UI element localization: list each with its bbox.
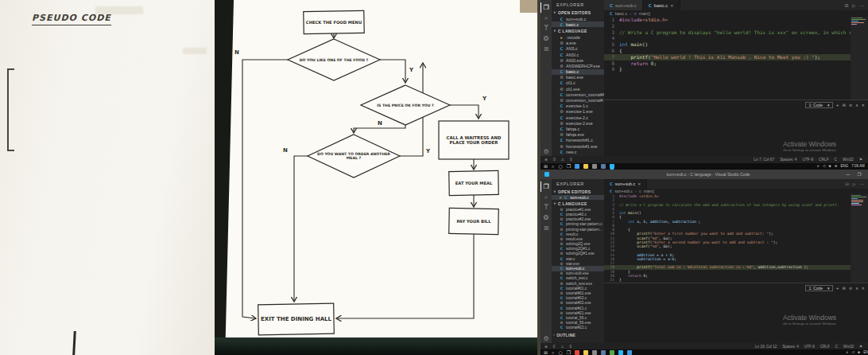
run-icon[interactable]: ▷ xyxy=(852,3,855,8)
indentation[interactable]: Spaces: 4 xyxy=(780,158,796,162)
extensions-icon[interactable]: ⊞ xyxy=(541,44,552,54)
more-actions-icon[interactable]: ⋯ xyxy=(860,181,864,186)
file-tree-item[interactable]: ⚙basic.exe xyxy=(552,75,604,80)
file-tree-item[interactable]: ▸.vscode xyxy=(552,34,604,40)
restore-icon[interactable]: ❐ xyxy=(857,172,861,177)
tray-chevron-icon[interactable]: ∧ xyxy=(846,350,848,354)
close-icon[interactable]: × xyxy=(670,3,674,8)
chrome-icon[interactable] xyxy=(575,350,579,355)
task-view-icon[interactable]: ❐ xyxy=(567,163,571,169)
split-editor-icon[interactable]: ⊟ xyxy=(845,181,848,186)
file-tree-item[interactable]: ⚙ANSWERHCP.exe xyxy=(552,63,604,68)
file-explorer-icon[interactable] xyxy=(583,350,588,355)
new-terminal-icon[interactable]: + xyxy=(836,286,839,291)
platform[interactable]: Win32 xyxy=(843,158,854,162)
network-icon[interactable]: ◈ xyxy=(828,164,831,168)
warnings-icon[interactable]: ⚠ xyxy=(561,158,564,162)
file-tree-item[interactable]: ⚙fahqa.exe xyxy=(552,132,604,138)
file-tree-item[interactable]: ⚙exercise-1.exe xyxy=(552,109,604,115)
eol[interactable]: CRLF xyxy=(820,345,830,349)
outline-section-header[interactable]: ›OUTLINE xyxy=(552,331,604,338)
language-indicator[interactable]: ENG xyxy=(840,164,848,168)
app-icon[interactable] xyxy=(610,350,614,355)
close-panel-icon[interactable]: ✕ xyxy=(862,103,865,107)
tab-sum-sub[interactable]: Csum+sub.c xyxy=(604,0,643,10)
open-editor-item[interactable]: Csum+sub.c xyxy=(552,16,604,21)
bell-icon[interactable]: ⚑ xyxy=(859,158,862,162)
file-tree-item[interactable]: ⚙cli1.exe xyxy=(552,86,604,92)
volume-icon[interactable]: ◁ xyxy=(823,164,825,168)
maximize-panel-icon[interactable]: ∧ xyxy=(855,286,858,291)
folder-section-header[interactable]: ∨C LANGUAGE xyxy=(552,200,604,207)
language-mode[interactable]: C xyxy=(835,345,838,349)
start-button[interactable]: ⊞ xyxy=(544,163,548,169)
source-control-icon[interactable]: ϒ xyxy=(541,202,552,213)
app-icon[interactable] xyxy=(601,164,606,169)
cursor-position[interactable]: Ln 7, Col 67 xyxy=(754,158,774,162)
bell-icon[interactable]: ⚑ xyxy=(859,345,862,349)
breadcrumb[interactable]: C sum+sub.c › ◇ main() xyxy=(604,189,868,194)
tab-basic[interactable]: Cbasic.c× xyxy=(643,0,680,10)
language-indicator[interactable]: ENG xyxy=(863,350,868,354)
breadcrumb[interactable]: C basic.c › ◇ main() xyxy=(604,10,868,17)
kill-terminal-icon[interactable]: ⊘ xyxy=(849,103,852,107)
close-icon[interactable]: × xyxy=(637,181,641,186)
app-icon[interactable] xyxy=(627,350,632,355)
taskbar-search-icon[interactable]: ⌕ xyxy=(552,349,554,355)
minimap[interactable] xyxy=(851,194,868,283)
search-icon[interactable]: ⌕ xyxy=(541,192,552,202)
file-tree-item[interactable]: Cconversion_tutorial#P... xyxy=(552,92,604,97)
edge-icon[interactable] xyxy=(575,164,579,169)
more-actions-icon[interactable]: ⋯ xyxy=(860,3,865,8)
vscode-taskbar-icon[interactable] xyxy=(618,350,623,355)
encoding[interactable]: UTF-8 xyxy=(802,158,813,162)
start-button[interactable]: ⊞ xyxy=(544,349,548,355)
file-tree-item[interactable]: Ccli1.c xyxy=(552,80,604,86)
eol[interactable]: CRLF xyxy=(819,158,829,162)
new-terminal-icon[interactable]: + xyxy=(836,103,839,107)
tray-chevron-icon[interactable]: ∧ xyxy=(816,164,819,168)
open-editor-item[interactable]: Cbasic.c xyxy=(552,21,604,27)
file-explorer-icon[interactable] xyxy=(583,164,588,169)
file-tree-item[interactable]: CANSI.c xyxy=(552,52,604,57)
task-view-icon[interactable]: ❐ xyxy=(567,349,571,355)
cursor-position[interactable]: Ln 18, Col 12 xyxy=(755,345,777,349)
file-tree-item[interactable]: Cexercise-1.c xyxy=(552,103,604,109)
minimap[interactable] xyxy=(851,17,868,99)
search-icon[interactable]: ⌕ xyxy=(541,13,552,23)
close-icon[interactable]: × xyxy=(559,195,562,200)
encoding[interactable]: UTF-8 xyxy=(804,345,815,349)
volume-icon[interactable]: ◁ xyxy=(851,350,854,354)
errors-icon[interactable]: ⊗ xyxy=(544,345,548,349)
open-editors-header[interactable]: ∨OPEN EDITORS xyxy=(552,188,604,195)
indentation[interactable]: Spaces: 4 xyxy=(782,345,798,349)
file-tree-item[interactable]: ⚙a.exe xyxy=(552,41,604,46)
split-editor-icon[interactable]: ⊟ xyxy=(845,3,849,8)
kill-terminal-icon[interactable]: ⊘ xyxy=(849,286,852,291)
split-terminal-icon[interactable]: ⊟ xyxy=(843,286,846,291)
file-tree-item[interactable]: Ctutorial#22.c xyxy=(552,326,604,330)
app-icon[interactable] xyxy=(592,350,597,355)
cortana-icon[interactable]: ○ xyxy=(558,163,562,169)
debug-icon[interactable]: ❂ xyxy=(541,33,552,44)
app-icon[interactable] xyxy=(601,350,606,355)
debug-icon[interactable]: ❂ xyxy=(541,213,552,223)
split-terminal-icon[interactable]: ⊟ xyxy=(843,103,846,107)
file-tree-item[interactable]: ⚙conversion_tutorial#... xyxy=(552,97,604,103)
errors-icon[interactable]: ⊗ xyxy=(544,158,548,162)
taskbar-search-icon[interactable]: ⌕ xyxy=(552,163,554,170)
tab-sum-sub[interactable]: Csum+sub.c× xyxy=(604,179,647,189)
extensions-icon[interactable]: ⊞ xyxy=(541,223,552,233)
explorer-icon[interactable]: ❐ xyxy=(541,2,552,13)
language-mode[interactable]: C xyxy=(835,158,837,162)
open-editors-header[interactable]: ∨OPEN EDITORS xyxy=(552,9,604,16)
file-tree-item[interactable]: CANS.c xyxy=(552,46,604,52)
platform[interactable]: Win32 xyxy=(843,345,854,349)
file-tree-item[interactable]: ⚙exercise-2.exe xyxy=(552,120,604,126)
run-icon[interactable]: ▷ xyxy=(853,181,856,186)
file-tree-item[interactable]: Chomework#1.c xyxy=(552,138,604,143)
globe-icon[interactable]: ⊕ xyxy=(835,164,838,168)
network-icon[interactable]: ◈ xyxy=(858,350,860,354)
file-tree-item[interactable]: Cprinting-star-pattern.c xyxy=(552,222,604,227)
file-tree-item[interactable]: ⚙homework#1.exe xyxy=(552,143,604,149)
